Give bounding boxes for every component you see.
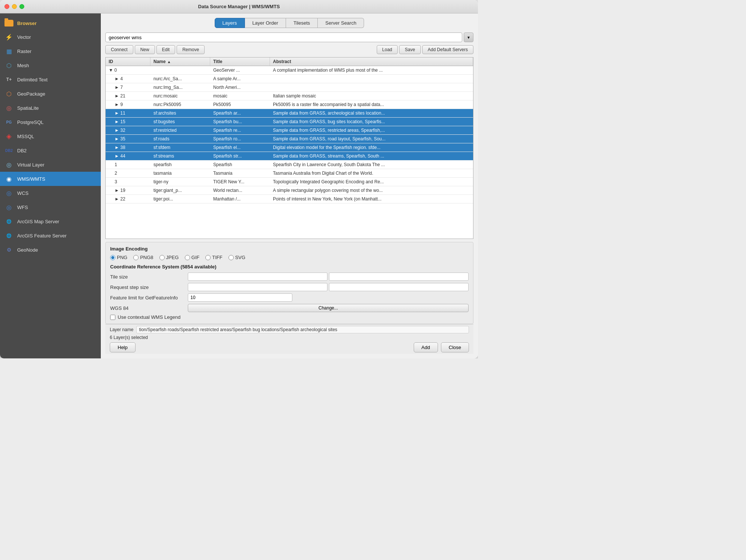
remove-button[interactable]: Remove [177,45,205,54]
cell-name [150,66,210,74]
radio-tiff-input[interactable] [205,255,211,260]
tab-tilesets[interactable]: Tilesets [286,18,318,28]
table-header: ID Name ▲ Title Abstract [106,57,473,66]
new-button[interactable]: New [135,45,155,54]
table-row[interactable]: ► 22 tiger:poi... Manhattan /... Points … [106,195,473,203]
delimited-text-label: Delimited Text [17,77,47,83]
radio-jpeg-input[interactable] [159,255,165,260]
minimize-window-button[interactable] [12,4,17,9]
cell-name: sf:streams [150,152,210,160]
sidebar-item-geopackage[interactable]: ⬡ GeoPackage [0,87,101,101]
radio-png[interactable]: PNG [110,255,127,260]
request-step-input-2[interactable] [329,283,469,291]
cell-id: ► 19 [106,186,150,195]
wms-legend-checkbox[interactable] [110,315,115,320]
radio-png8[interactable]: PNG8 [133,255,153,260]
tile-size-input-2[interactable] [329,273,469,281]
add-default-servers-button[interactable]: Add Default Servers [422,45,473,54]
table-row[interactable]: 3 tiger-ny TIGER New Y... Topologically … [106,178,473,186]
table-row[interactable]: 1 spearfish Spearfish Spearfish City in … [106,161,473,169]
table-row[interactable]: ▼ 0 GeoServer ... A compliant implementa… [106,66,473,75]
connect-button[interactable]: Connect [105,45,133,54]
add-button[interactable]: Add [414,342,438,352]
radio-png-input[interactable] [110,255,115,260]
load-button[interactable]: Load [377,45,398,54]
table-row[interactable]: ► 4 nurc:Arc_Sa... A sample Ar... [106,75,473,83]
edit-button[interactable]: Edit [156,45,175,54]
sidebar-item-geonode[interactable]: ⚙ GeoNode [0,243,101,257]
table-row[interactable]: ► 7 nurc:Img_Sa... North Ameri... [106,83,473,92]
radio-svg-input[interactable] [229,255,234,260]
sidebar-item-delimited-text[interactable]: T+ Delimited Text [0,72,101,87]
cell-id: ► 11 [106,109,150,117]
cell-title: North Ameri... [210,83,270,91]
sidebar-item-wcs[interactable]: ◎ WCS [0,186,101,200]
request-step-input-1[interactable] [188,283,327,291]
cell-name: sf:archsites [150,109,210,117]
sidebar-item-arcgis-feature[interactable]: 🌐 ArcGIS Feature Server [0,228,101,243]
table-row[interactable]: ► 21 nurc:mosaic mosaic Italian sample m… [106,92,473,100]
table-row[interactable]: ► 35 sf:roads Spearfish ro... Sample dat… [106,135,473,143]
wgs-label: WGS 84 [110,305,185,311]
tile-size-input-1[interactable] [188,273,327,281]
cell-id: ► 4 [106,75,150,83]
radio-svg-label: SVG [235,255,245,260]
change-crs-button[interactable]: Change... [188,304,469,312]
feature-limit-input[interactable]: 10 [188,293,292,302]
col-name[interactable]: Name ▲ [150,57,210,66]
radio-png8-input[interactable] [133,255,139,260]
radio-tiff[interactable]: TIFF [205,255,222,260]
table-row[interactable]: ► 11 sf:archsites Spearfish ar... Sample… [106,109,473,118]
radio-gif-input[interactable] [185,255,190,260]
sidebar-item-mssql[interactable]: ◈ MSSQL [0,129,101,143]
table-row[interactable]: ► 44 sf:streams Spearfish str... Sample … [106,152,473,161]
sidebar-item-wms-wmts[interactable]: ◉ WMS/WMTS [0,172,101,186]
layer-name-value: tion/Spearfish roads/Spearfish restricte… [136,326,469,333]
sidebar-item-wfs[interactable]: ◎ WFS [0,200,101,214]
cell-title: Spearfish ro... [210,135,270,143]
cell-id: ► 22 [106,195,150,203]
sidebar-item-raster[interactable]: ▦ Raster [0,44,101,58]
table-row[interactable]: ► 15 sf:bugsites Spearfish bu... Sample … [106,118,473,126]
cell-id: ► 35 [106,135,150,143]
radio-jpeg[interactable]: JPEG [159,255,179,260]
maximize-window-button[interactable] [19,4,24,9]
sidebar-item-postgresql[interactable]: PG PostgreSQL [0,115,101,129]
url-input[interactable] [105,32,462,42]
cell-title: TIGER New Y... [210,178,270,186]
cell-title: Spearfish re... [210,126,270,134]
cell-abstract: Spearfish City in Lawrence County, South… [270,161,473,169]
cell-abstract: Sample data from GRASS, bug sites locati… [270,118,473,126]
tab-server-search[interactable]: Server Search [318,18,364,28]
save-button[interactable]: Save [399,45,420,54]
sidebar-item-vector[interactable]: ⚡ Vector [0,30,101,44]
url-dropdown-button[interactable]: ▼ [464,32,473,42]
sidebar-item-db2[interactable]: DB2 DB2 [0,143,101,158]
table-row[interactable]: ► 32 sf:restricted Spearfish re... Sampl… [106,126,473,135]
sidebar-item-spatialite[interactable]: ◎ SpatiaLite [0,101,101,115]
table-row[interactable]: ► 19 tiger:giant_p... World rectan... A … [106,186,473,195]
table-row[interactable]: ► 9 nurc:Pk50095 Pk50095 Pk50095 is a ra… [106,100,473,109]
sidebar-item-browser[interactable]: Browser [0,16,101,30]
close-button[interactable]: Close [441,342,469,352]
sidebar-item-mesh[interactable]: ⬡ Mesh [0,58,101,72]
sidebar-item-virtual-layer[interactable]: ◎ Virtual Layer [0,158,101,172]
main-content: Browser ⚡ Vector ▦ Raster ⬡ Mesh T+ Deli… [0,13,478,358]
table-row[interactable]: 2 tasmania Tasmania Tasmania Australia f… [106,169,473,178]
cell-title: Spearfish str... [210,152,270,160]
col-id[interactable]: ID [106,57,150,66]
cell-title: GeoServer ... [210,66,270,74]
crs-title: Coordinate Reference System (5854 availa… [110,264,469,270]
tab-layer-order[interactable]: Layer Order [245,18,286,28]
tab-layers[interactable]: Layers [215,18,245,28]
col-abstract[interactable]: Abstract [270,57,473,66]
table-row[interactable]: ► 38 sf:sfdem Spearfish el... Digital el… [106,143,473,152]
bottom-btn-group: Add Close [414,342,469,352]
close-window-button[interactable] [4,4,9,9]
sidebar-item-arcgis-map[interactable]: 🌐 ArcGIS Map Server [0,214,101,228]
radio-svg[interactable]: SVG [229,255,245,260]
layer-name-label: Layer name [110,327,133,332]
radio-gif[interactable]: GIF [185,255,200,260]
col-title[interactable]: Title [210,57,270,66]
help-button[interactable]: Help [110,342,136,352]
